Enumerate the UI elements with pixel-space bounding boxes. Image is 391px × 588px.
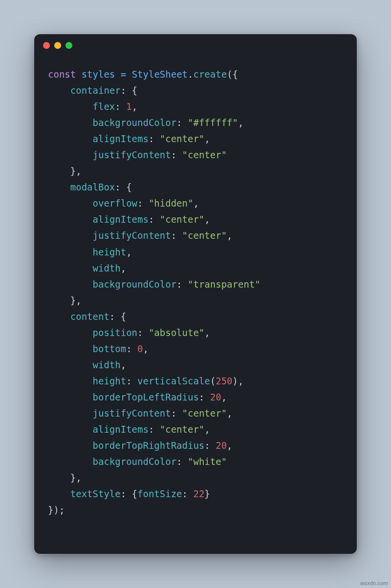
code-token: . <box>188 69 193 80</box>
code-token <box>48 456 93 467</box>
code-token: , <box>126 247 131 257</box>
code-token: borderTopLeftRadius <box>93 392 199 402</box>
code-token: fontSize <box>137 488 182 499</box>
code-token: bottom <box>93 343 127 354</box>
code-token <box>48 247 93 257</box>
code-block: const styles = StyleSheet.create({ conta… <box>34 57 357 518</box>
code-token: : <box>204 440 216 451</box>
code-token: ( <box>210 376 216 386</box>
code-token: = <box>121 69 126 80</box>
code-token: : <box>171 408 182 419</box>
code-token: : { <box>121 85 137 96</box>
code-token: "absolute" <box>149 327 204 338</box>
code-token: borderTopRightRadius <box>93 440 205 451</box>
code-token: justifyContent <box>93 408 171 419</box>
code-token <box>48 198 93 209</box>
code-token: height <box>93 247 127 257</box>
code-token: ({ <box>227 69 238 80</box>
code-token <box>115 69 120 80</box>
code-token: , <box>121 359 126 370</box>
code-token: alignItems <box>93 133 149 144</box>
code-token: : <box>126 376 137 386</box>
code-token: container <box>70 85 121 96</box>
code-token: : <box>176 279 188 290</box>
code-token: width <box>93 263 121 273</box>
code-token: "center" <box>160 133 205 144</box>
code-token <box>48 359 93 370</box>
window-titlebar <box>34 34 357 57</box>
code-token: }); <box>48 504 65 515</box>
code-token: : <box>137 198 149 209</box>
code-token: backgroundColor <box>93 456 177 467</box>
code-token: height <box>93 376 127 386</box>
code-token: textStyle <box>70 488 121 499</box>
code-token: }, <box>48 166 82 176</box>
code-token: , <box>227 230 232 241</box>
code-token: "center" <box>182 230 227 241</box>
code-token <box>48 343 93 354</box>
code-token: : <box>126 343 137 354</box>
code-token: : <box>137 327 149 338</box>
code-token: const <box>48 69 82 80</box>
code-token: : <box>149 133 160 144</box>
code-token <box>48 408 93 419</box>
code-token: }, <box>48 295 82 306</box>
code-token: , <box>193 198 198 209</box>
code-token: "transparent" <box>188 279 261 290</box>
code-token <box>48 263 93 273</box>
code-token: }, <box>48 472 82 483</box>
code-token <box>48 101 93 112</box>
code-token: verticalScale <box>137 376 210 386</box>
code-token: 22 <box>193 488 204 499</box>
code-token: , <box>204 327 210 338</box>
code-token: , <box>132 101 137 112</box>
close-icon[interactable] <box>43 42 50 49</box>
code-token <box>48 214 93 225</box>
code-token: , <box>227 440 232 451</box>
code-token: 1 <box>126 101 131 112</box>
code-token <box>48 182 70 192</box>
code-token: "center" <box>182 408 227 419</box>
minimize-icon[interactable] <box>54 42 61 49</box>
code-token <box>48 149 93 160</box>
code-token: justifyContent <box>93 149 171 160</box>
code-token: : <box>149 424 160 435</box>
maximize-icon[interactable] <box>65 42 72 49</box>
code-token: alignItems <box>93 214 149 225</box>
code-token: content <box>70 311 109 322</box>
code-token: alignItems <box>93 424 149 435</box>
code-token: } <box>204 488 210 499</box>
code-token: StyleSheet <box>132 69 188 80</box>
code-token <box>48 424 93 435</box>
code-window: const styles = StyleSheet.create({ conta… <box>34 34 357 554</box>
code-token: create <box>193 69 227 80</box>
code-token: , <box>143 343 149 354</box>
code-token <box>48 117 93 128</box>
code-token: flex <box>93 101 115 112</box>
code-token: , <box>204 214 210 225</box>
code-token: overflow <box>93 198 138 209</box>
code-token: : <box>199 392 210 402</box>
code-token <box>48 133 93 144</box>
code-token: "center" <box>160 214 205 225</box>
code-token: : <box>176 456 188 467</box>
code-token: , <box>204 424 210 435</box>
code-token: backgroundColor <box>93 279 177 290</box>
code-token <box>48 279 93 290</box>
code-token: 20 <box>210 392 221 402</box>
code-token: , <box>221 392 227 402</box>
code-token: : <box>115 101 126 112</box>
code-token <box>48 392 93 402</box>
code-token: 250 <box>216 376 232 386</box>
code-token <box>48 327 93 338</box>
code-token: 20 <box>216 440 227 451</box>
code-token: : { <box>115 182 131 192</box>
code-token: : <box>176 117 188 128</box>
code-token: justifyContent <box>93 230 171 241</box>
code-token: backgroundColor <box>93 117 177 128</box>
code-token: , <box>121 263 126 273</box>
code-token: : <box>171 230 182 241</box>
code-token: styles <box>82 69 115 80</box>
code-token: "hidden" <box>149 198 194 209</box>
code-token: , <box>238 117 243 128</box>
